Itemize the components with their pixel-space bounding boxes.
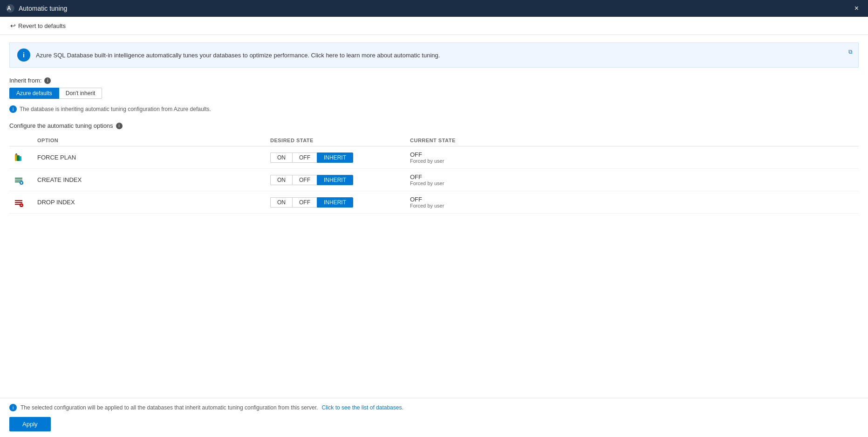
svg-rect-13 xyxy=(15,202,22,203)
drop-index-icon-cell xyxy=(9,191,33,214)
drop-index-off-button[interactable]: OFF xyxy=(292,197,317,208)
drop-index-state-selector: ON OFF INHERIT xyxy=(270,197,401,208)
drop-index-inherit-button[interactable]: INHERIT xyxy=(317,197,353,208)
drop-index-name: DROP INDEX xyxy=(33,191,266,214)
create-index-name: CREATE INDEX xyxy=(33,169,266,191)
table-row: DROP INDEX ON OFF INHERIT OFF Forced by … xyxy=(9,191,859,214)
info-banner: i Azure SQL Database built-in intelligen… xyxy=(9,42,859,68)
create-index-icon xyxy=(14,175,23,185)
main-content: i Azure SQL Database built-in intelligen… xyxy=(0,35,868,398)
databases-list-link[interactable]: Click to see the list of databases. xyxy=(321,404,403,411)
col-desired-state: DESIRED STATE xyxy=(266,135,405,146)
table-row: CREATE INDEX ON OFF INHERIT OFF Forced b… xyxy=(9,169,859,191)
create-index-current-state: OFF Forced by user xyxy=(405,169,859,191)
force-plan-icon xyxy=(14,153,23,162)
inherit-info-text: i The database is inheriting automatic t… xyxy=(9,105,859,113)
table-row: FORCE PLAN ON OFF INHERIT OFF Forced by … xyxy=(9,146,859,169)
drop-index-icon xyxy=(14,198,23,207)
force-plan-state-cell: ON OFF INHERIT xyxy=(266,146,405,169)
azure-defaults-button[interactable]: Azure defaults xyxy=(9,88,59,99)
create-index-state-selector: ON OFF INHERIT xyxy=(270,175,401,185)
drop-index-current-state: OFF Forced by user xyxy=(405,191,859,214)
create-index-inherit-button[interactable]: INHERIT xyxy=(317,175,353,185)
svg-text:A: A xyxy=(7,5,11,12)
revert-defaults-button[interactable]: ↩ Revert to defaults xyxy=(7,21,68,31)
col-option xyxy=(9,135,33,146)
close-button[interactable]: × xyxy=(851,2,862,14)
col-option-label: OPTION xyxy=(33,135,266,146)
revert-icon: ↩ xyxy=(10,22,16,29)
info-banner-icon: i xyxy=(17,49,30,62)
dont-inherit-button[interactable]: Don't inherit xyxy=(59,88,103,99)
create-index-state-cell: ON OFF INHERIT xyxy=(266,169,405,191)
inherit-info-circle: i xyxy=(9,105,17,113)
svg-rect-7 xyxy=(15,180,22,180)
external-link-icon[interactable]: ⧉ xyxy=(848,49,853,55)
force-plan-current-state: OFF Forced by user xyxy=(405,146,859,169)
bottom-info-icon: i xyxy=(9,404,17,411)
configure-label: Configure the automatic tuning options i xyxy=(9,122,859,129)
force-plan-icon-cell xyxy=(9,146,33,169)
force-plan-inherit-button[interactable]: INHERIT xyxy=(317,153,353,163)
revert-label: Revert to defaults xyxy=(18,22,66,29)
configure-info-icon[interactable]: i xyxy=(116,123,123,129)
inherit-toggle-group: Azure defaults Don't inherit xyxy=(9,88,859,99)
svg-rect-12 xyxy=(15,200,22,201)
force-plan-on-button[interactable]: ON xyxy=(270,153,292,163)
force-plan-state-selector: ON OFF INHERIT xyxy=(270,153,401,163)
drop-index-state-cell: ON OFF INHERIT xyxy=(266,191,405,214)
drop-index-on-button[interactable]: ON xyxy=(270,197,292,208)
app-icon: A xyxy=(6,4,15,13)
create-index-off-button[interactable]: OFF xyxy=(292,175,317,185)
force-plan-name: FORCE PLAN xyxy=(33,146,266,169)
create-index-icon-cell xyxy=(9,169,33,191)
inherit-info-icon[interactable]: i xyxy=(44,77,51,84)
info-banner-text: Azure SQL Database built-in intelligence… xyxy=(36,52,851,59)
create-index-on-button[interactable]: ON xyxy=(270,175,292,185)
options-table: OPTION DESIRED STATE CURRENT STATE xyxy=(9,135,859,214)
toolbar: ↩ Revert to defaults xyxy=(0,17,868,35)
force-plan-off-button[interactable]: OFF xyxy=(292,153,317,163)
svg-rect-6 xyxy=(15,178,22,179)
title-bar: A Automatic tuning × xyxy=(0,0,868,17)
bottom-bar: i The selected configuration will be app… xyxy=(0,398,868,437)
window-title: Automatic tuning xyxy=(19,5,67,12)
bottom-info-text: i The selected configuration will be app… xyxy=(9,404,859,411)
inherit-from-label: Inherit from: i xyxy=(9,77,859,84)
svg-rect-4 xyxy=(17,155,20,161)
col-current-state: CURRENT STATE xyxy=(405,135,859,146)
apply-button[interactable]: Apply xyxy=(9,417,51,431)
